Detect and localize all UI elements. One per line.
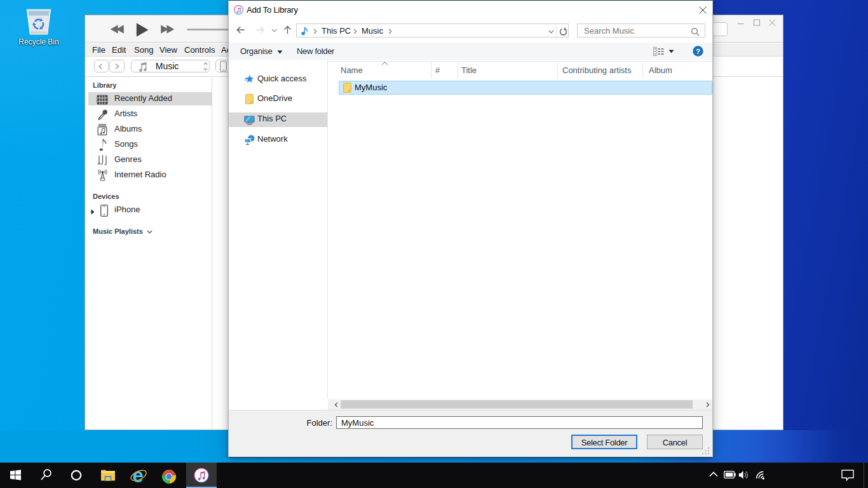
svg-text:?: ? xyxy=(696,48,700,55)
